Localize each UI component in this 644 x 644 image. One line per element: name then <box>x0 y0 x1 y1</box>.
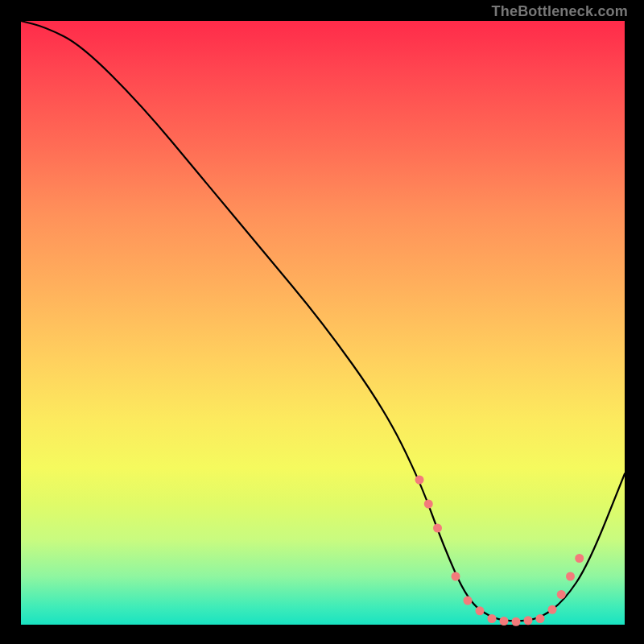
marker-dot <box>548 605 557 614</box>
marker-dot <box>566 572 575 581</box>
chart-container: TheBottleneck.com <box>0 0 644 644</box>
marker-dot <box>476 606 485 615</box>
marker-dot <box>575 554 584 563</box>
watermark-text: TheBottleneck.com <box>492 3 628 20</box>
chart-svg <box>21 21 625 625</box>
marker-dot <box>557 590 566 599</box>
marker-dot <box>464 597 473 605</box>
bottleneck-curve <box>21 21 625 621</box>
marker-dot <box>536 614 545 623</box>
marker-dot <box>488 614 497 623</box>
marker-dot <box>424 500 433 509</box>
marker-dot <box>415 476 424 485</box>
marker-dot <box>433 524 442 533</box>
marker-dot <box>500 617 509 625</box>
marker-dot <box>452 572 460 581</box>
marker-dot <box>524 616 533 625</box>
marker-dot <box>512 617 521 626</box>
